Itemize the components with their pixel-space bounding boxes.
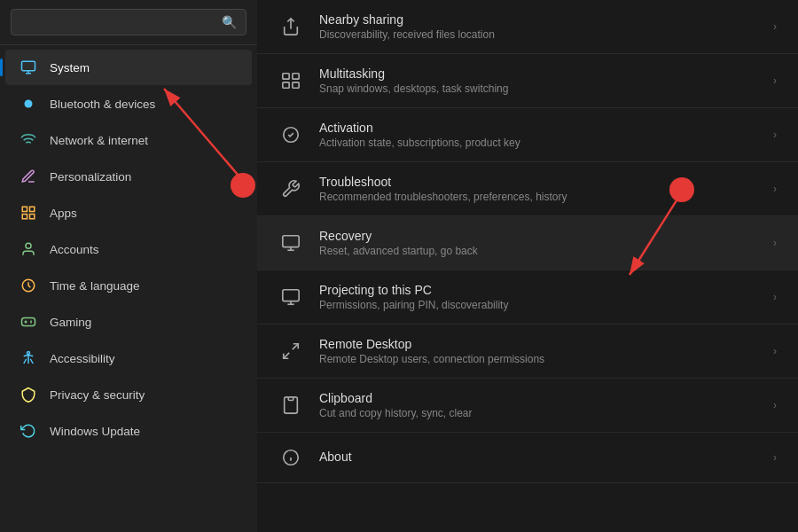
search-container: 🔍 [0, 0, 257, 45]
nearby-sharing-text: Nearby sharingDiscoverability, received … [319, 12, 757, 41]
svg-rect-7 [30, 207, 35, 211]
sidebar-item-system[interactable]: System [5, 50, 252, 85]
activation-subtitle: Activation state, subscriptions, product… [319, 137, 757, 149]
settings-item-remote-desktop[interactable]: Remote DesktopRemote Desktop users, conn… [257, 325, 798, 379]
sidebar-item-network[interactable]: Network & internet [5, 122, 252, 158]
svg-point-5 [25, 100, 33, 108]
settings-item-troubleshoot[interactable]: TroubleshootRecommended troubleshooters,… [257, 162, 798, 216]
multitasking-subtitle: Snap windows, desktops, task switching [319, 82, 757, 95]
recovery-arrow: › [773, 237, 777, 249]
privacy-icon [20, 386, 37, 403]
svg-rect-22 [283, 290, 299, 301]
activation-title: Activation [319, 121, 757, 135]
svg-rect-20 [283, 236, 299, 247]
activation-text: ActivationActivation state, subscription… [319, 121, 757, 149]
settings-item-activation[interactable]: ActivationActivation state, subscription… [257, 108, 798, 162]
gaming-icon [20, 313, 37, 331]
sidebar-item-label-bluetooth: Bluetooth & devices [50, 98, 155, 111]
svg-line-24 [293, 344, 298, 349]
troubleshoot-arrow: › [773, 183, 777, 195]
remote-desktop-title: Remote Desktop [319, 337, 757, 351]
multitasking-title: Multitasking [319, 66, 757, 81]
sidebar-item-label-accessibility: Accessibility [50, 352, 115, 365]
svg-rect-18 [293, 82, 299, 88]
sidebar-item-label-system: System [50, 61, 90, 74]
sidebar-item-label-gaming: Gaming [50, 316, 91, 329]
clipboard-icon [278, 393, 303, 418]
sidebar-item-label-apps: Apps [50, 207, 77, 220]
update-icon [20, 422, 37, 440]
sidebar-item-accessibility[interactable]: Accessibility [5, 340, 252, 376]
remote-desktop-subtitle: Remote Desktop users, connection permiss… [319, 353, 757, 365]
sidebar-item-label-time: Time & language [50, 279, 140, 293]
sidebar-item-time[interactable]: Time & language [5, 268, 252, 303]
remote-desktop-arrow: › [773, 345, 777, 357]
sidebar-item-apps[interactable]: Apps [5, 195, 252, 231]
settings-item-multitasking[interactable]: MultitaskingSnap windows, desktops, task… [257, 54, 798, 108]
recovery-icon [278, 231, 303, 255]
search-input[interactable] [20, 16, 215, 29]
about-text: About [319, 450, 757, 466]
clipboard-arrow: › [773, 399, 777, 411]
system-icon [20, 59, 37, 76]
svg-rect-16 [293, 74, 299, 79]
search-box[interactable]: 🔍 [11, 9, 246, 35]
bluetooth-icon [20, 95, 37, 113]
clipboard-title: Clipboard [319, 391, 757, 405]
accessibility-icon [20, 349, 37, 367]
settings-item-about[interactable]: About› [257, 433, 798, 483]
projecting-icon [278, 285, 303, 309]
personalization-icon [20, 168, 37, 185]
nearby-sharing-title: Nearby sharing [319, 12, 757, 27]
troubleshoot-subtitle: Recommended troubleshooters, preferences… [319, 191, 757, 203]
svg-rect-9 [30, 215, 35, 219]
troubleshoot-text: TroubleshootRecommended troubleshooters,… [319, 175, 757, 203]
apps-icon [20, 204, 37, 222]
svg-rect-17 [283, 82, 289, 88]
sidebar-item-update[interactable]: Windows Update [5, 413, 252, 449]
activation-icon [278, 122, 303, 147]
troubleshoot-title: Troubleshoot [319, 175, 757, 189]
sidebar-item-label-update: Windows Update [50, 425, 140, 438]
svg-rect-26 [288, 397, 293, 401]
recovery-text: RecoveryReset, advanced startup, go back [319, 229, 757, 257]
sidebar: 🔍 SystemBluetooth & devicesNetwork & int… [0, 0, 257, 532]
multitasking-text: MultitaskingSnap windows, desktops, task… [319, 66, 757, 95]
projecting-text: Projecting to this PCPermissions, pairin… [319, 283, 757, 311]
about-arrow: › [773, 451, 777, 464]
multitasking-icon [278, 68, 303, 93]
recovery-title: Recovery [319, 229, 757, 243]
settings-item-clipboard[interactable]: ClipboardCut and copy history, sync, cle… [257, 379, 798, 433]
settings-item-nearby-sharing[interactable]: Nearby sharingDiscoverability, received … [257, 0, 798, 54]
svg-line-25 [284, 353, 289, 358]
svg-rect-4 [22, 61, 35, 71]
activation-arrow: › [773, 129, 777, 141]
nearby-sharing-arrow: › [773, 20, 777, 33]
remote-desktop-text: Remote DesktopRemote Desktop users, conn… [319, 337, 757, 365]
time-icon [20, 277, 37, 294]
svg-rect-12 [22, 318, 35, 326]
multitasking-arrow: › [773, 74, 777, 87]
svg-rect-15 [283, 74, 289, 79]
sidebar-item-personalization[interactable]: Personalization [5, 159, 252, 194]
sidebar-item-bluetooth[interactable]: Bluetooth & devices [5, 86, 252, 121]
settings-item-recovery[interactable]: RecoveryReset, advanced startup, go back… [257, 216, 798, 270]
svg-rect-8 [22, 215, 27, 219]
clipboard-subtitle: Cut and copy history, sync, clear [319, 407, 757, 419]
sidebar-item-gaming[interactable]: Gaming [5, 304, 252, 340]
search-icon: 🔍 [222, 15, 237, 29]
nearby-sharing-subtitle: Discoverability, received files location [319, 28, 757, 41]
about-icon [278, 445, 303, 470]
sidebar-item-privacy[interactable]: Privacy & security [5, 377, 252, 412]
svg-point-13 [27, 352, 30, 355]
settings-item-projecting[interactable]: Projecting to this PCPermissions, pairin… [257, 270, 798, 325]
projecting-subtitle: Permissions, pairing PIN, discoverabilit… [319, 299, 757, 311]
remote-desktop-icon [278, 339, 303, 364]
sidebar-item-accounts[interactable]: Accounts [5, 231, 252, 267]
nearby-sharing-icon [278, 14, 303, 39]
svg-point-10 [26, 243, 31, 248]
network-icon [20, 131, 37, 149]
clipboard-text: ClipboardCut and copy history, sync, cle… [319, 391, 757, 419]
about-title: About [319, 450, 757, 464]
main-content: Nearby sharingDiscoverability, received … [257, 0, 798, 532]
